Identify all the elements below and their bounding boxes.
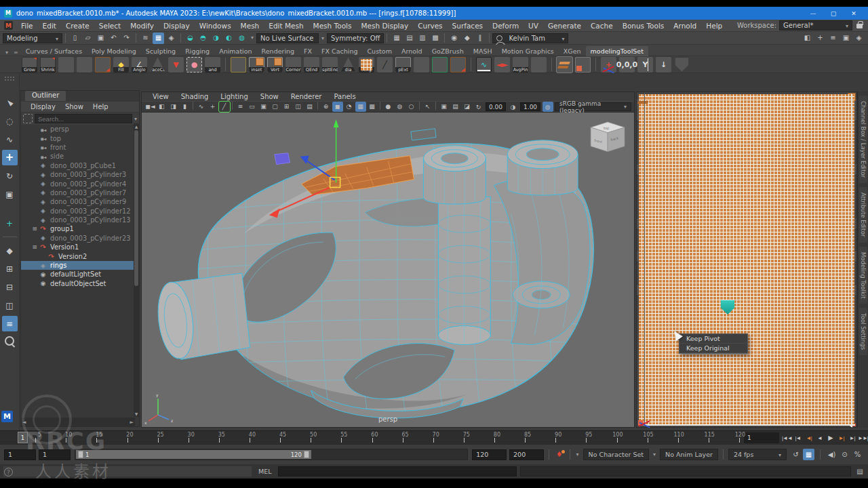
shelf-tool-button[interactable]	[575, 57, 591, 73]
viewport-menu-item[interactable]: Lighting	[215, 93, 253, 100]
shelf-tool-button[interactable]: ◄►	[494, 57, 510, 73]
viewport-toolbar-icon[interactable]: ◔	[344, 102, 355, 112]
outliner-item[interactable]: dono_0003_pCylinder12	[21, 207, 135, 216]
menu-item[interactable]: Modify	[125, 22, 159, 30]
status-tool-icon[interactable]: ▯	[69, 33, 81, 44]
anim-layer-select[interactable]: No Anim Layer	[660, 449, 718, 460]
user-account-select[interactable]: Kelvin Tam	[492, 33, 568, 43]
scroll-right-icon[interactable]: ►	[130, 420, 134, 425]
outliner-item[interactable]: top	[21, 134, 135, 142]
expand-icon[interactable]: ⊞	[31, 226, 39, 232]
playback-button[interactable]: ►|	[836, 432, 846, 443]
viewport-toolbar-icon[interactable]: ▣	[439, 102, 450, 112]
playback-extra-icon[interactable]: %	[852, 449, 863, 460]
sidebar-toggle-icon[interactable]: ◧	[802, 33, 813, 44]
script-editor-icon[interactable]: ▤	[854, 466, 865, 477]
scrollbar-thumb[interactable]	[134, 130, 138, 286]
timeline-ruler[interactable]: 1 51015202530354045505560657075808590951…	[5, 431, 740, 444]
outliner-item[interactable]: persp	[21, 125, 135, 134]
viewport-toolbar-icon[interactable]: ◍	[395, 102, 406, 112]
context-menu-item[interactable]: Keep Original	[679, 344, 747, 353]
panel-side-tab[interactable]: Tool Settings	[859, 308, 867, 355]
status-tool-icon[interactable]: ▦	[391, 33, 402, 44]
status-tool-icon[interactable]: ▱	[82, 33, 94, 44]
status-tool-icon[interactable]	[65, 33, 66, 43]
menu-item[interactable]: Surfaces	[448, 22, 488, 30]
viewport-canvas[interactable]: top front back y x z persp	[142, 113, 634, 427]
exposure-field[interactable]: 0.00	[486, 102, 506, 111]
outliner-item[interactable]: ⊞ Version1	[21, 243, 135, 251]
shelf-tool-button[interactable]: QEnd	[304, 57, 319, 73]
current-frame-field[interactable]: 1	[744, 432, 779, 443]
symmetry-field[interactable]: Symmetry: Off	[327, 33, 384, 43]
shelf-tool-button[interactable]	[471, 58, 471, 71]
status-tool-icon[interactable]: ↷	[121, 33, 132, 44]
menu-item[interactable]: UV	[524, 22, 543, 30]
layout-shortcut-button[interactable]: ◫	[2, 298, 18, 313]
playback-range-bar[interactable]: 1 120	[76, 450, 311, 459]
playback-button[interactable]: |◄◄	[782, 432, 792, 443]
viewport-toolbar-icon[interactable]: ▮	[180, 102, 191, 112]
shelf-tab[interactable]: MASH	[469, 46, 497, 56]
outliner-item[interactable]: dono_0003_pCylinder4	[21, 179, 135, 188]
viewport-toolbar-icon[interactable]: ╱	[219, 102, 230, 112]
status-tool-icon[interactable]: ◍	[236, 33, 248, 44]
shelf-tool-button[interactable]: Vert	[267, 57, 283, 73]
shelf-tab[interactable]: FX	[299, 46, 317, 56]
viewport-toolbar-icon[interactable]: ◨	[168, 102, 179, 112]
shelf-tool-button[interactable]: ↓	[656, 57, 671, 73]
viewport-toolbar-icon[interactable]: ▩	[367, 102, 378, 112]
shelf-menu-icon[interactable]: ▾	[3, 49, 11, 56]
status-tool-icon[interactable]: ▣	[95, 33, 106, 44]
viewport-toolbar-icon[interactable]: ≡	[235, 102, 246, 112]
menu-item[interactable]: Select	[94, 22, 125, 30]
horizontal-scrollbar[interactable]: ◄ ►	[21, 418, 135, 426]
viewport-toolbar-icon[interactable]: ∿	[196, 102, 207, 112]
set-key-icon[interactable]: ♦	[554, 450, 565, 459]
shelf-tab[interactable]: Rendering	[257, 46, 300, 56]
status-tool-icon[interactable]: ∥	[474, 33, 486, 44]
playback-button[interactable]: ►	[825, 432, 835, 443]
character-set-select[interactable]: No Character Set	[583, 449, 649, 460]
outliner-menu-item[interactable]: Display	[26, 103, 60, 110]
outliner-menu-item[interactable]: Help	[89, 103, 113, 110]
shelf-tab[interactable]: Rigging	[180, 46, 214, 56]
shelf-tab[interactable]: Motion Graphics	[497, 46, 559, 56]
status-tool-icon[interactable]: ◑	[210, 33, 222, 44]
shelf-tool-button[interactable]: ▼	[168, 57, 184, 73]
colorspace-select[interactable]: sRGB gamma (legacy)▾	[555, 102, 631, 111]
lock-icon[interactable]	[856, 24, 863, 28]
chevron-down-icon[interactable]: ▾	[319, 33, 326, 44]
viewport-menu-item[interactable]: Renderer	[285, 93, 328, 100]
menu-item[interactable]: Help	[701, 22, 727, 30]
shelf-tool-button[interactable]	[225, 58, 226, 71]
shelf-tool-button[interactable]: Shrink	[40, 57, 56, 73]
snap-move-tool[interactable]: +	[2, 216, 18, 231]
gamma-icon[interactable]: ◑	[508, 102, 519, 112]
shelf-tool-button[interactable]	[531, 57, 547, 73]
shelf-tool-button[interactable]: FaceCu	[150, 57, 165, 73]
shelf-tab[interactable]: Sculpting	[141, 46, 180, 56]
shelf-tool-button[interactable]: ╱	[377, 57, 393, 73]
viewport-toolbar-icon[interactable]	[317, 102, 318, 110]
viewport-toolbar-icon[interactable]: ▤	[304, 102, 315, 112]
toolbox-tool-button[interactable]: ∿	[2, 131, 18, 147]
range-start-handle[interactable]	[78, 451, 83, 458]
status-tool-icon[interactable]: ◒	[184, 33, 196, 44]
chevron-down-icon[interactable]: ▾	[652, 451, 657, 458]
toolbox-tool-button[interactable]: ►	[2, 95, 18, 110]
shelf-tool-button[interactable]: ◆Fill	[113, 57, 129, 73]
viewport-menu-item[interactable]: Panels	[328, 93, 361, 100]
viewport-toolbar-icon[interactable]: ◪	[462, 102, 473, 112]
outliner-item[interactable]: dono_0003_pCylinder7	[21, 188, 135, 197]
outliner-item[interactable]: dono_0003_pCylinder3	[21, 170, 135, 179]
shelf-tool-button[interactable]: Y	[637, 57, 653, 73]
sidebar-toggle-icon[interactable]: ▣	[840, 33, 852, 44]
menu-set-select[interactable]: Modeling	[3, 33, 62, 43]
layout-shortcut-button[interactable]: ≡	[2, 316, 18, 331]
shelf-tab[interactable]: Curves / Surfaces	[21, 46, 87, 56]
current-frame-marker[interactable]: 1	[18, 432, 28, 443]
menu-item[interactable]: Mesh Tools	[309, 22, 357, 30]
shelf-tool-button[interactable]	[58, 57, 74, 73]
shelf-tool-button[interactable]: pExt	[395, 57, 411, 73]
